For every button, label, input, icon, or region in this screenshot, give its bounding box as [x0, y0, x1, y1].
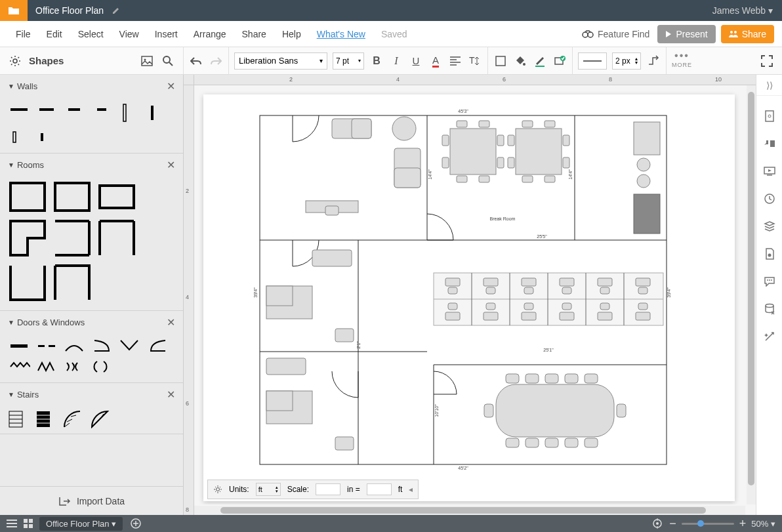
target-icon[interactable]: [652, 518, 663, 529]
shape-door-10[interactable]: [91, 359, 113, 375]
line-color-icon[interactable]: [533, 54, 547, 68]
shape-stair-1[interactable]: [8, 410, 30, 426]
menu-view[interactable]: View: [112, 24, 147, 45]
shape-room-u[interactable]: [8, 263, 47, 302]
menu-select[interactable]: Select: [70, 24, 112, 45]
category-header-walls[interactable]: ▼ Walls ✕: [0, 75, 183, 98]
shape-room-3[interactable]: [97, 180, 136, 213]
history-icon[interactable]: [762, 192, 777, 206]
user-menu[interactable]: James Webb ▾: [703, 5, 782, 16]
page-tab[interactable]: Office Floor Plan ▾: [39, 517, 123, 531]
close-icon[interactable]: ✕: [167, 316, 175, 329]
chat-icon[interactable]: [762, 274, 777, 289]
shape-room-c2[interactable]: [97, 218, 136, 258]
font-size-select[interactable]: 7 pt▾: [333, 52, 364, 70]
shape-wall-4[interactable]: [91, 102, 113, 117]
fill-icon[interactable]: [513, 54, 527, 68]
page-settings-icon[interactable]: [762, 109, 777, 123]
menu-arrange[interactable]: Arrange: [186, 24, 234, 45]
presentation-icon[interactable]: [762, 164, 777, 178]
canvas-viewport[interactable]: 45'3": [194, 85, 745, 504]
scale-in-input[interactable]: [316, 483, 340, 495]
category-header-rooms[interactable]: ▼ Rooms ✕: [0, 153, 183, 176]
fullscreen-icon[interactable]: [760, 54, 774, 68]
font-select[interactable]: Liberation Sans▾: [234, 52, 327, 70]
shape-stair-2[interactable]: [35, 410, 58, 426]
shape-door-7[interactable]: [8, 359, 30, 375]
import-data-button[interactable]: Import Data: [0, 486, 183, 515]
folder-icon[interactable]: [0, 0, 28, 21]
units-select[interactable]: ft▴▾: [256, 483, 281, 496]
shape-door-2[interactable]: [35, 338, 58, 354]
zoom-in-icon[interactable]: +: [739, 517, 747, 531]
close-icon[interactable]: ✕: [167, 388, 175, 401]
page[interactable]: 45'3": [203, 94, 735, 501]
text-color-icon[interactable]: A: [428, 54, 443, 68]
category-header-stairs[interactable]: ▼ Stairs ✕: [0, 383, 183, 406]
shape-door-9[interactable]: [63, 359, 85, 375]
close-icon[interactable]: ✕: [167, 159, 175, 171]
shape-room-1[interactable]: [8, 180, 47, 213]
shape-stair-3[interactable]: [63, 410, 85, 426]
add-page-icon[interactable]: [131, 518, 141, 529]
document-title[interactable]: Office Floor Plan: [28, 5, 112, 16]
text-position-icon[interactable]: T: [468, 54, 482, 68]
shape-wall-v2[interactable]: [146, 102, 168, 124]
menu-file[interactable]: File: [8, 24, 39, 45]
undo-icon[interactable]: [189, 54, 203, 68]
shape-door-1[interactable]: [8, 338, 30, 354]
comment-icon[interactable]: [762, 136, 777, 151]
gear-icon[interactable]: [8, 54, 22, 68]
share-button[interactable]: Share: [721, 25, 774, 43]
more-dots-icon[interactable]: •••: [674, 50, 689, 62]
shape-wall-3[interactable]: [63, 102, 85, 117]
category-header-doors[interactable]: ▼ Doors & Windows ✕: [0, 311, 183, 334]
layers-icon[interactable]: [762, 219, 777, 234]
underline-icon[interactable]: U: [409, 54, 423, 68]
gear-icon[interactable]: [213, 485, 222, 494]
align-icon[interactable]: [448, 54, 463, 68]
feature-find[interactable]: Feature Find: [582, 29, 649, 39]
floorplan[interactable]: 45'3": [253, 109, 673, 471]
line-width-select[interactable]: 2 px▴▾: [612, 52, 641, 70]
image-icon[interactable]: [140, 54, 154, 68]
search-icon[interactable]: [161, 54, 175, 68]
vertical-scrollbar[interactable]: [747, 85, 756, 504]
line-shape-icon[interactable]: [646, 54, 661, 68]
shape-stair-4[interactable]: [91, 410, 113, 426]
shape-room-c1[interactable]: [52, 218, 92, 258]
shape-style-icon[interactable]: [493, 54, 508, 68]
bold-icon[interactable]: B: [369, 54, 384, 68]
shape-wall-2[interactable]: [35, 102, 58, 117]
database-icon[interactable]: [762, 302, 777, 316]
collapse-panel-icon[interactable]: ⟩⟩: [756, 80, 782, 96]
menu-help[interactable]: Help: [274, 24, 309, 45]
italic-icon[interactable]: I: [389, 54, 403, 68]
close-icon[interactable]: ✕: [167, 80, 175, 92]
line-style-select[interactable]: [578, 52, 607, 70]
shape-options-icon[interactable]: [552, 54, 567, 68]
present-button[interactable]: Present: [657, 25, 715, 43]
zoom-slider[interactable]: [682, 523, 734, 525]
grid-view-icon[interactable]: [24, 519, 33, 528]
redo-icon[interactable]: [209, 54, 223, 68]
shape-wall-v4[interactable]: [35, 129, 58, 145]
horizontal-scrollbar[interactable]: [194, 506, 745, 515]
shape-door-5[interactable]: [118, 338, 140, 354]
menu-whatsnew[interactable]: What's New: [309, 24, 373, 45]
menu-share[interactable]: Share: [234, 24, 274, 45]
magic-icon[interactable]: [762, 329, 777, 344]
zoom-out-icon[interactable]: −: [669, 517, 676, 531]
menu-insert[interactable]: Insert: [147, 24, 186, 45]
shape-door-4[interactable]: [91, 338, 113, 354]
shape-door-8[interactable]: [35, 359, 58, 375]
menu-edit[interactable]: Edit: [39, 24, 70, 45]
data-icon[interactable]: [762, 247, 777, 261]
shape-room-l[interactable]: [8, 218, 47, 258]
shape-room-u2[interactable]: [52, 263, 92, 302]
shape-wall-1[interactable]: [8, 102, 30, 117]
measure-collapse-icon[interactable]: ◂: [409, 485, 413, 494]
list-view-icon[interactable]: [7, 519, 17, 528]
shape-room-2[interactable]: [52, 180, 92, 213]
shape-wall-v3[interactable]: [8, 129, 30, 145]
